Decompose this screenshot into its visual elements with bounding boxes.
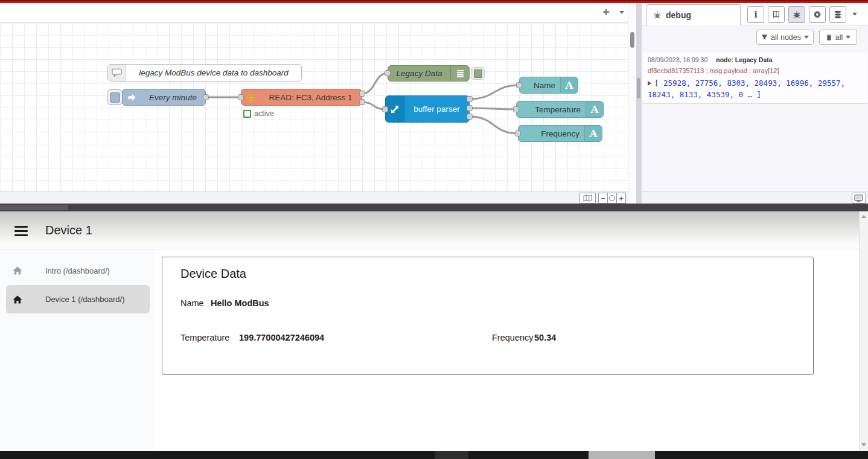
text-widget-icon: A <box>586 101 603 117</box>
port-temperature-input[interactable] <box>513 106 519 112</box>
ui-text-node-name[interactable]: Name A <box>519 77 578 94</box>
debug-toggle-inner <box>474 69 482 78</box>
port-buffer-input[interactable] <box>382 106 388 112</box>
debug-sidebar: debug i all nodes all <box>642 3 868 204</box>
modbus-read-node-label: READ: FC3, Address 1 <box>269 93 352 102</box>
port-buffer-output-3[interactable] <box>467 114 473 120</box>
debug-timestamp: 08/09/2023, 16:09:30 <box>648 56 707 63</box>
monitor-icon <box>854 194 863 202</box>
dashboard-vertical-scrollbar[interactable] <box>859 211 868 451</box>
ui-text-node-frequency[interactable]: Frequency A <box>518 125 602 142</box>
scroll-down-icon[interactable] <box>861 443 866 446</box>
tab-context-button[interactable] <box>829 6 846 23</box>
tab-debug-button[interactable] <box>788 6 805 23</box>
comment-node[interactable]: legacy ModBus device data to dashboard <box>107 64 302 82</box>
home-icon <box>12 295 23 304</box>
debug-source-node: node: Legacy Data <box>716 56 772 63</box>
field-name-label: Name <box>180 298 204 308</box>
device-data-card: Device Data Name Hello ModBus Temperatur… <box>162 257 814 375</box>
tab-debug-label: debug <box>666 10 691 20</box>
text-widget-icon: A <box>560 77 578 93</box>
canvas-vertical-scrollbar[interactable] <box>628 3 636 204</box>
ui-text-node-temperature[interactable]: Temperature A <box>516 101 604 118</box>
navigator-button[interactable] <box>579 193 596 204</box>
zoom-reset-button[interactable] <box>607 193 617 204</box>
card-title: Device Data <box>180 267 246 281</box>
bottom-scrollbar[interactable] <box>0 451 868 459</box>
debug-flow-node[interactable]: Legacy Data <box>388 65 470 82</box>
tab-debug[interactable]: debug <box>646 4 741 25</box>
sidebar-menu-caret-icon[interactable] <box>852 13 857 16</box>
modbus-read-node[interactable]: READ: FC3, Address 1 <box>241 89 362 106</box>
splitter-thumb[interactable] <box>0 205 68 210</box>
flow-canvas[interactable]: + legacy ModBus device data to dashboard <box>0 3 628 204</box>
ui-text-node-label: Name <box>534 81 555 90</box>
ui-text-node-label: Frequency <box>541 129 579 138</box>
scrollbar-thumb[interactable] <box>630 32 634 48</box>
nav-item-label: Device 1 (/dashboard/) <box>45 295 125 304</box>
port-frequency-input[interactable] <box>515 130 521 136</box>
debug-toggle-button[interactable] <box>471 67 485 80</box>
nav-item-intro[interactable]: Intro (/dashboard/) <box>0 256 155 285</box>
zoom-out-button[interactable]: − <box>598 193 608 204</box>
tab-info-button[interactable]: i <box>747 6 764 23</box>
flow-list-caret-icon[interactable] <box>619 11 624 14</box>
port-read-output-1[interactable] <box>359 91 365 97</box>
port-inject-output[interactable] <box>203 94 209 100</box>
buffer-parser-node[interactable]: buffer parser <box>385 95 470 123</box>
debug-list-icon <box>450 66 469 81</box>
scrollbar-segment <box>435 451 468 459</box>
add-flow-button[interactable]: + <box>599 4 613 20</box>
comment-icon <box>108 65 126 81</box>
bug-icon <box>653 11 662 19</box>
sidebar-resize-divider[interactable] <box>636 3 642 204</box>
bug-icon <box>793 10 801 19</box>
map-icon <box>583 194 592 202</box>
menu-hamburger-icon[interactable] <box>14 226 28 236</box>
ui-text-node-label: Temperature <box>535 105 581 114</box>
expand-caret-icon[interactable] <box>648 81 651 86</box>
debug-clear-label: all <box>835 33 843 42</box>
inject-node-label: Every minute <box>149 93 197 102</box>
payload-line-2: 18243, 8133, 43539, 0 … ] <box>648 90 761 99</box>
scrollbar-thumb[interactable] <box>589 451 655 459</box>
debug-message-meta: df8ecbd817357113 : msg.payload : array[1… <box>648 67 862 74</box>
field-temperature-label: Temperature <box>180 333 229 342</box>
field-temperature-value: 199.77000427246094 <box>239 333 324 342</box>
debug-payload[interactable]: [ 25928, 27756, 8303, 28493, 16996, 2955… <box>648 78 862 101</box>
inject-trigger-button[interactable] <box>107 89 123 105</box>
dashboard-header: Device 1 <box>0 211 868 249</box>
open-debug-window-button[interactable] <box>852 193 866 204</box>
canvas-footer: − + <box>0 191 628 204</box>
field-name-value: Hello ModBus <box>211 298 269 308</box>
comment-node-label: legacy ModBus device data to dashboard <box>139 68 289 77</box>
nav-item-device-1[interactable]: Device 1 (/dashboard/) <box>0 285 155 313</box>
divider-thumb[interactable] <box>637 78 640 98</box>
debug-filter-button[interactable]: all nodes <box>756 30 814 45</box>
tab-config-button[interactable] <box>809 6 826 23</box>
port-read-input[interactable] <box>238 94 244 100</box>
dashboard-window: Device 1 Intro (/dashboard/) Device 1 (/… <box>0 211 868 451</box>
field-frequency-value: 50.34 <box>534 333 556 342</box>
database-icon <box>834 10 842 19</box>
home-icon <box>12 266 23 275</box>
tab-help-button[interactable] <box>768 6 785 23</box>
debug-message[interactable]: 08/09/2023, 16:09:30 node: Legacy Data d… <box>642 53 867 104</box>
port-buffer-output-1[interactable] <box>467 96 473 102</box>
port-read-output-2[interactable] <box>359 99 365 105</box>
flow-tabbar: + <box>0 3 628 23</box>
window-splitter[interactable] <box>0 204 868 211</box>
status-square-icon <box>243 110 251 118</box>
nav-item-label: Intro (/dashboard/) <box>45 266 110 275</box>
debug-clear-button[interactable]: all <box>819 30 857 45</box>
zoom-in-button[interactable]: + <box>616 193 626 204</box>
trash-icon <box>826 34 832 41</box>
modbus-icon <box>241 89 260 105</box>
port-buffer-output-2[interactable] <box>467 105 473 111</box>
port-legacy-input[interactable] <box>385 70 391 76</box>
port-name-input[interactable] <box>516 82 522 88</box>
scroll-up-icon[interactable] <box>861 215 866 218</box>
filter-caret-icon <box>804 36 809 39</box>
inject-node[interactable]: Every minute <box>122 89 206 106</box>
node-status: active <box>243 109 274 118</box>
